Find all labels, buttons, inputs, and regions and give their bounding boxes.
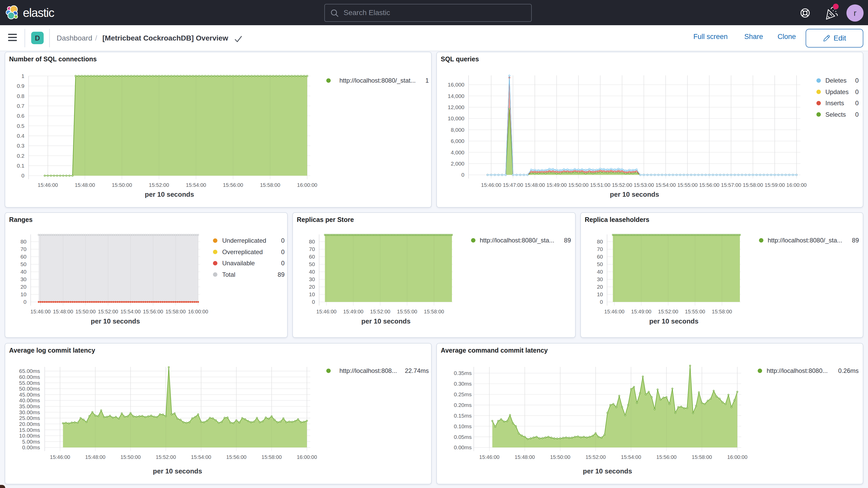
svg-text:D: D bbox=[35, 34, 40, 42]
svg-text:[Metricbeat CockroachDB] Overv: [Metricbeat CockroachDB] Overview bbox=[102, 34, 228, 42]
svg-text:r: r bbox=[854, 8, 857, 18]
svg-text:Dashboard: Dashboard bbox=[57, 34, 92, 42]
svg-text:/: / bbox=[95, 34, 97, 42]
